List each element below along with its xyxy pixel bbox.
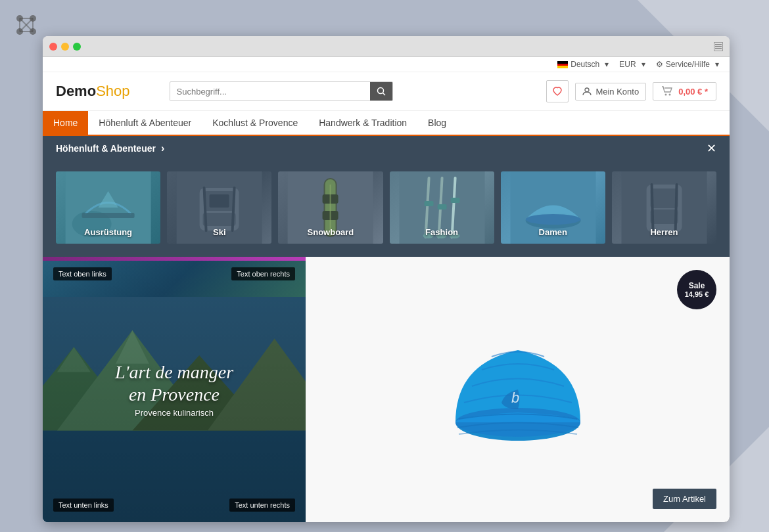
- cart-price: 0,00 € *: [678, 87, 708, 97]
- category-card-ski[interactable]: Ski: [167, 171, 271, 244]
- browser-menu-icon: [714, 42, 723, 51]
- banner-bottom-right: Text unten rechts: [229, 499, 295, 512]
- product-panel: Sale 14,95 €: [306, 257, 730, 522]
- nav-label-handwerk: Handwerk & Tradition: [319, 118, 407, 128]
- language-label: Deutsch: [571, 60, 599, 69]
- shop-nav: Home Höhenluft & Abenteuer Kochlust & Pr…: [43, 111, 730, 136]
- maximize-button[interactable]: [73, 43, 81, 51]
- svg-rect-10: [715, 44, 722, 45]
- nav-item-home[interactable]: Home: [43, 111, 88, 135]
- svg-point-15: [585, 88, 589, 92]
- svg-line-14: [383, 93, 385, 96]
- minimize-button[interactable]: [61, 43, 69, 51]
- zum-artikel-button[interactable]: Zum Artikel: [653, 489, 716, 509]
- banner-center-text: L'art de manger en Provence Provence kul…: [115, 361, 233, 418]
- banner-left: Text oben links Text oben rechts L'art d…: [43, 257, 306, 522]
- service-icon: ⚙: [656, 60, 663, 69]
- banner-main-line1: L'art de manger en Provence: [115, 361, 233, 405]
- service-chevron: ▾: [715, 60, 719, 69]
- service-link[interactable]: ⚙ Service/Hilfe ▾: [656, 60, 719, 69]
- mega-menu-close-button[interactable]: ✕: [707, 141, 716, 156]
- search-button[interactable]: [370, 82, 392, 100]
- mega-menu-items: Ausrüstung Ski: [43, 161, 730, 257]
- category-card-herren[interactable]: Herren: [612, 171, 716, 244]
- category-card-fashion[interactable]: Fashion: [390, 171, 494, 244]
- top-bar: Deutsch ▾ EUR ▾ ⚙ Service/Hilfe ▾: [43, 57, 730, 72]
- svg-rect-42: [437, 204, 446, 210]
- currency-selector[interactable]: EUR ▾: [619, 60, 645, 69]
- category-card-ausrustung[interactable]: Ausrüstung: [56, 171, 160, 244]
- svg-rect-11: [715, 46, 722, 47]
- svg-rect-43: [450, 198, 459, 203]
- account-label: Mein Konto: [595, 87, 639, 97]
- language-selector[interactable]: Deutsch ▾: [557, 60, 609, 69]
- currency-chevron: ▾: [641, 60, 645, 69]
- nav-label-blog: Blog: [428, 118, 446, 128]
- category-label-ski: Ski: [167, 227, 271, 237]
- mega-menu-chevron: ›: [161, 143, 164, 154]
- category-label-fashion: Fashion: [390, 227, 494, 237]
- svg-point-46: [525, 214, 580, 225]
- product-image: b: [446, 324, 590, 455]
- currency-label: EUR: [619, 60, 636, 69]
- mega-menu-header: Höhenluft & Abenteuer › ✕: [43, 136, 730, 161]
- nav-label-home: Home: [53, 118, 78, 128]
- browser-window: Deutsch ▾ EUR ▾ ⚙ Service/Hilfe ▾ DemoSh…: [43, 36, 730, 522]
- sale-label: Sale: [689, 281, 705, 290]
- mega-menu-label: Höhenluft & Abenteuer: [56, 143, 156, 154]
- svg-rect-50: [650, 210, 678, 224]
- nav-item-handwerk[interactable]: Handwerk & Tradition: [308, 111, 417, 135]
- svg-rect-25: [210, 194, 229, 208]
- svg-rect-20: [82, 213, 135, 218]
- banner-top-left: Text oben links: [53, 267, 112, 280]
- header-actions: Mein Konto 0,00 € *: [546, 80, 716, 102]
- svg-rect-12: [715, 48, 722, 49]
- nav-item-kochlust[interactable]: Kochlust & Provence: [202, 111, 308, 135]
- wishlist-button[interactable]: [546, 80, 569, 102]
- sale-badge: Sale 14,95 €: [677, 270, 716, 309]
- banner-top-right: Text oben rechts: [231, 267, 295, 280]
- content-left: Text oben links Text oben rechts L'art d…: [43, 257, 306, 522]
- cart-button[interactable]: 0,00 € *: [653, 82, 716, 100]
- search-bar: [170, 81, 393, 101]
- svg-line-52: [675, 185, 676, 232]
- sale-price: 14,95 €: [685, 290, 709, 298]
- browser-chrome: [43, 36, 730, 57]
- mega-menu: Höhenluft & Abenteuer › ✕: [43, 136, 730, 257]
- category-label-damen: Damen: [501, 227, 605, 237]
- svg-rect-49: [650, 188, 678, 208]
- account-button[interactable]: Mein Konto: [575, 83, 646, 100]
- svg-rect-24: [203, 213, 236, 226]
- logo[interactable]: DemoShop: [56, 83, 130, 100]
- content-right: Sale 14,95 €: [306, 257, 730, 522]
- logo-shop: Shop: [96, 83, 129, 99]
- svg-point-17: [669, 94, 671, 96]
- language-chevron: ▾: [605, 60, 609, 69]
- svg-point-16: [665, 94, 667, 96]
- mega-menu-title: Höhenluft & Abenteuer ›: [56, 143, 164, 154]
- nav-item-hoehenluft[interactable]: Höhenluft & Abenteuer: [88, 111, 202, 135]
- nav-label-kochlust: Kochlust & Provence: [212, 118, 298, 128]
- category-card-snowboard[interactable]: Snowboard: [278, 171, 383, 244]
- category-label-snowboard: Snowboard: [278, 227, 383, 237]
- service-label: Service/Hilfe: [666, 60, 710, 69]
- close-button[interactable]: [49, 43, 57, 51]
- svg-rect-41: [424, 201, 433, 206]
- category-label-ausrustung: Ausrüstung: [56, 227, 160, 237]
- svg-line-51: [651, 185, 653, 232]
- category-label-herren: Herren: [612, 227, 716, 237]
- svg-point-13: [377, 88, 383, 94]
- banner-bottom-left: Text unten links: [53, 499, 114, 512]
- content-area: Text oben links Text oben rechts L'art d…: [43, 257, 730, 522]
- search-input[interactable]: [170, 83, 370, 100]
- shop-header: DemoShop Mein Konto 0,00 € *: [43, 72, 730, 111]
- banner-sub-text: Provence kulinarisch: [115, 408, 233, 418]
- shop-content: Deutsch ▾ EUR ▾ ⚙ Service/Hilfe ▾ DemoSh…: [43, 57, 730, 522]
- app-icon: [13, 12, 39, 38]
- nav-label-hoehenluft: Höhenluft & Abenteuer: [99, 118, 191, 128]
- category-card-damen[interactable]: Damen: [501, 171, 605, 244]
- nav-item-blog[interactable]: Blog: [417, 111, 457, 135]
- logo-demo: Demo: [56, 83, 96, 99]
- flag-icon: [557, 61, 568, 68]
- svg-text:b: b: [511, 389, 519, 406]
